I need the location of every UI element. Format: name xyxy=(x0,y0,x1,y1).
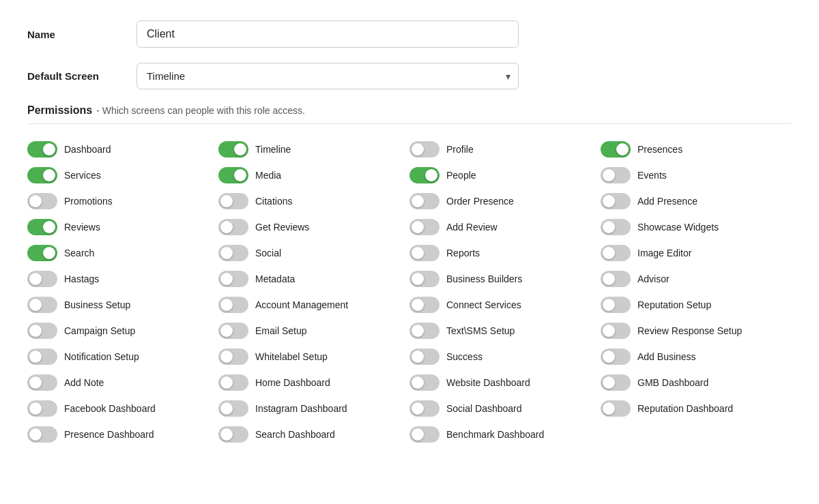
toggle-review-response-setup[interactable] xyxy=(601,323,631,339)
toggle-business-builders[interactable] xyxy=(410,271,440,287)
perm-item-website-dashboard: Website Dashboard xyxy=(410,370,601,396)
perm-item-text-sms-setup: Text\SMS Setup xyxy=(410,318,601,344)
perm-item-people: People xyxy=(410,162,601,188)
toggle-add-business[interactable] xyxy=(601,349,631,365)
toggle-business-setup[interactable] xyxy=(27,297,57,313)
toggle-metadata[interactable] xyxy=(218,271,248,287)
perm-item-business-setup: Business Setup xyxy=(27,292,218,318)
toggle-add-review[interactable] xyxy=(410,219,440,235)
toggle-reputation-dashboard[interactable] xyxy=(601,400,631,417)
toggle-add-note[interactable] xyxy=(27,374,57,391)
perm-item-benchmark-dashboard: Benchmark Dashboard xyxy=(410,421,601,447)
perm-label-advisor: Advisor xyxy=(637,273,670,284)
perm-label-reviews: Reviews xyxy=(64,222,100,233)
perm-item-reputation-setup: Reputation Setup xyxy=(601,292,792,318)
perm-item-citations: Citations xyxy=(218,188,410,214)
perm-item-profile: Profile xyxy=(410,136,601,162)
perm-item-email-setup: Email Setup xyxy=(218,318,410,344)
toggle-benchmark-dashboard[interactable] xyxy=(410,426,440,443)
perm-item-connect-services: Connect Services xyxy=(410,292,601,318)
perm-item-social-dashboard: Social Dashboard xyxy=(410,396,601,421)
default-screen-select-wrap: Timeline Dashboard Profile Media People … xyxy=(136,63,519,89)
perm-label-dashboard: Dashboard xyxy=(64,144,111,155)
toggle-services[interactable] xyxy=(27,167,57,183)
toggle-social[interactable] xyxy=(218,245,248,261)
toggle-text-sms-setup[interactable] xyxy=(410,323,440,339)
toggle-home-dashboard[interactable] xyxy=(218,374,248,391)
toggle-instagram-dashboard[interactable] xyxy=(218,400,248,417)
perm-label-image-editor: Image Editor xyxy=(637,248,691,258)
toggle-success[interactable] xyxy=(410,349,440,365)
perm-label-order-presence: Order Presence xyxy=(446,196,514,207)
toggle-citations[interactable] xyxy=(218,193,248,209)
toggle-media[interactable] xyxy=(218,167,248,183)
perm-item-add-note: Add Note xyxy=(27,370,218,396)
perm-label-services: Services xyxy=(64,170,101,181)
perm-label-people: People xyxy=(446,170,476,181)
perm-label-get-reviews: Get Reviews xyxy=(255,222,309,233)
name-label: Name xyxy=(27,29,136,40)
perm-label-business-builders: Business Builders xyxy=(446,273,522,284)
toggle-profile[interactable] xyxy=(410,141,440,158)
perm-label-citations: Citations xyxy=(255,196,292,207)
toggle-whitelabel-setup[interactable] xyxy=(218,349,248,365)
toggle-dashboard[interactable] xyxy=(27,141,57,158)
perm-label-social-dashboard: Social Dashboard xyxy=(446,403,522,414)
perm-label-social: Social xyxy=(255,248,281,258)
perm-item-home-dashboard: Home Dashboard xyxy=(218,370,410,396)
toggle-people[interactable] xyxy=(410,167,440,183)
perm-item-hashtags: Hastags xyxy=(27,266,218,292)
perm-label-presence-dashboard: Presence Dashboard xyxy=(64,429,154,440)
toggle-search-dashboard[interactable] xyxy=(218,426,248,443)
toggle-timeline[interactable] xyxy=(218,141,248,158)
perm-item-reviews: Reviews xyxy=(27,214,218,240)
toggle-campaign-setup[interactable] xyxy=(27,323,57,339)
toggle-account-management[interactable] xyxy=(218,297,248,313)
toggle-search[interactable] xyxy=(27,245,57,261)
name-input[interactable] xyxy=(136,20,519,48)
toggle-showcase-widgets[interactable] xyxy=(601,219,631,235)
perm-label-events: Events xyxy=(637,170,667,181)
toggle-reports[interactable] xyxy=(410,245,440,261)
toggle-advisor[interactable] xyxy=(601,271,631,287)
perm-item-business-builders: Business Builders xyxy=(410,266,601,292)
perm-item-campaign-setup: Campaign Setup xyxy=(27,318,218,344)
toggle-events[interactable] xyxy=(601,167,631,183)
toggle-reputation-setup[interactable] xyxy=(601,297,631,313)
toggle-presence-dashboard[interactable] xyxy=(27,426,57,443)
toggle-facebook-dashboard[interactable] xyxy=(27,400,57,417)
permissions-divider xyxy=(27,123,792,124)
toggle-reviews[interactable] xyxy=(27,219,57,235)
perm-item-services: Services xyxy=(27,162,218,188)
toggle-get-reviews[interactable] xyxy=(218,219,248,235)
perm-item-showcase-widgets: Showcase Widgets xyxy=(601,214,792,240)
toggle-order-presence[interactable] xyxy=(410,193,440,209)
toggle-notification-setup[interactable] xyxy=(27,349,57,365)
toggle-hashtags[interactable] xyxy=(27,271,57,287)
toggle-image-editor[interactable] xyxy=(601,245,631,261)
toggle-social-dashboard[interactable] xyxy=(410,400,440,417)
perm-item-instagram-dashboard: Instagram Dashboard xyxy=(218,396,410,421)
perm-item-add-business: Add Business xyxy=(601,344,792,370)
toggle-gmb-dashboard[interactable] xyxy=(601,374,631,391)
perm-item-gmb-dashboard: GMB Dashboard xyxy=(601,370,792,396)
perm-item-success: Success xyxy=(410,344,601,370)
toggle-email-setup[interactable] xyxy=(218,323,248,339)
toggle-presences[interactable] xyxy=(601,141,631,158)
permissions-section: Permissions - Which screens can people w… xyxy=(27,104,792,447)
perm-label-website-dashboard: Website Dashboard xyxy=(446,377,530,388)
perm-item-order-presence: Order Presence xyxy=(410,188,601,214)
perm-label-instagram-dashboard: Instagram Dashboard xyxy=(255,403,347,414)
perm-item-reports: Reports xyxy=(410,240,601,266)
toggle-website-dashboard[interactable] xyxy=(410,374,440,391)
perm-label-add-presence: Add Presence xyxy=(637,196,698,207)
toggle-promotions[interactable] xyxy=(27,193,57,209)
toggle-connect-services[interactable] xyxy=(410,297,440,313)
perm-label-timeline: Timeline xyxy=(255,144,291,155)
default-screen-select[interactable]: Timeline Dashboard Profile Media People xyxy=(136,63,519,89)
perm-label-reputation-dashboard: Reputation Dashboard xyxy=(637,403,733,414)
perm-label-hashtags: Hastags xyxy=(64,273,99,284)
perm-item-metadata: Metadata xyxy=(218,266,410,292)
toggle-add-presence[interactable] xyxy=(601,193,631,209)
perm-label-email-setup: Email Setup xyxy=(255,325,306,336)
